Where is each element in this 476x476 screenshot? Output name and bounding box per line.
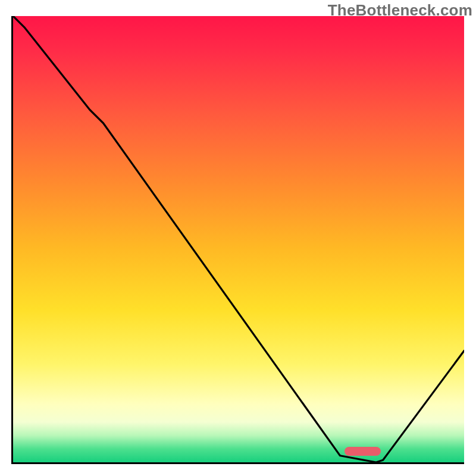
chart-container: TheBottleneck.com: [0, 0, 476, 476]
watermark-text: TheBottleneck.com: [328, 1, 472, 20]
optimal-range-marker: [345, 447, 381, 456]
heat-gradient-background: [13, 16, 464, 462]
plot-area: [11, 16, 464, 464]
